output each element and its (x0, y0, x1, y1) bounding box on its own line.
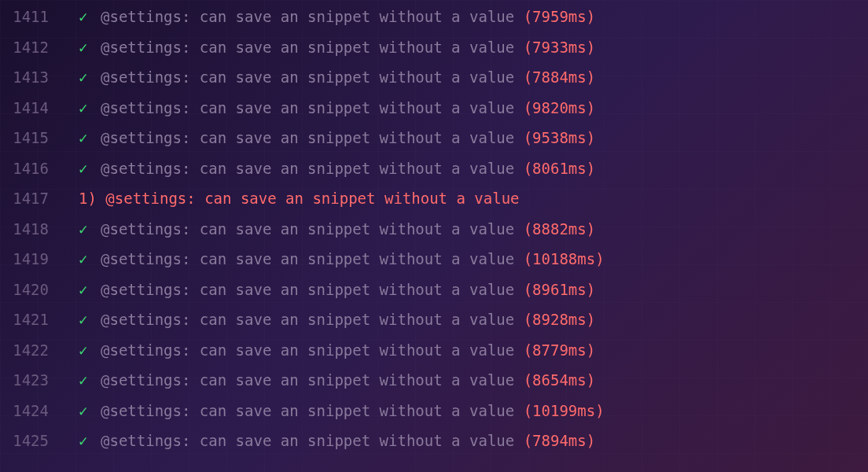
log-line[interactable]: 1415✓@settings: can save an snippet with… (0, 131, 868, 161)
line-number: 1418 (0, 222, 79, 237)
log-line[interactable]: 1420✓@settings: can save an snippet with… (0, 282, 868, 313)
test-description: @settings: can save an snippet without a… (101, 343, 514, 358)
check-icon: ✓ (79, 433, 101, 448)
line-number: 1414 (0, 101, 79, 116)
test-timing: (9538ms) (524, 131, 596, 146)
check-icon: ✓ (79, 404, 101, 419)
log-line[interactable]: 1421✓@settings: can save an snippet with… (0, 312, 868, 343)
test-description: @settings: can save an snippet without a… (101, 404, 514, 419)
test-timing: (8961ms) (524, 282, 596, 297)
log-line[interactable]: 1423✓@settings: can save an snippet with… (0, 373, 868, 404)
log-line[interactable]: 14171) @settings: can save an snippet wi… (0, 191, 868, 222)
check-icon: ✓ (79, 131, 101, 146)
test-timing: (7894ms) (524, 433, 596, 448)
test-timing: (10199ms) (524, 404, 605, 419)
log-line[interactable]: 1412✓@settings: can save an snippet with… (0, 40, 868, 71)
log-line[interactable]: 1414✓@settings: can save an snippet with… (0, 101, 868, 131)
test-timing: (7884ms) (524, 70, 596, 85)
test-timing: (8654ms) (524, 373, 596, 388)
test-timing: (8061ms) (524, 161, 596, 176)
line-number: 1423 (0, 373, 79, 388)
log-line[interactable]: 1422✓@settings: can save an snippet with… (0, 343, 868, 374)
log-line[interactable]: 1413✓@settings: can save an snippet with… (0, 70, 868, 101)
test-output-log[interactable]: 1411✓@settings: can save an snippet with… (0, 9, 868, 464)
check-icon: ✓ (79, 373, 101, 388)
line-number: 1415 (0, 131, 79, 146)
test-timing: (9820ms) (524, 101, 596, 116)
log-line[interactable]: 1425✓@settings: can save an snippet with… (0, 433, 868, 464)
log-line[interactable]: 1424✓@settings: can save an snippet with… (0, 404, 868, 434)
test-description: @settings: can save an snippet without a… (101, 70, 514, 85)
test-description: @settings: can save an snippet without a… (101, 101, 514, 116)
line-number: 1417 (0, 191, 79, 206)
check-icon: ✓ (79, 252, 101, 267)
test-description: @settings: can save an snippet without a… (101, 373, 514, 388)
test-timing: (7959ms) (524, 9, 596, 24)
line-number: 1424 (0, 404, 79, 419)
line-number: 1425 (0, 433, 79, 448)
test-description: @settings: can save an snippet without a… (101, 131, 514, 146)
fail-marker: 1) (79, 191, 105, 206)
test-description: @settings: can save an snippet without a… (101, 252, 514, 267)
line-number: 1420 (0, 282, 79, 297)
test-description: @settings: can save an snippet without a… (101, 282, 514, 297)
check-icon: ✓ (79, 101, 101, 116)
line-number: 1411 (0, 9, 79, 24)
test-description-fail: @settings: can save an snippet without a… (105, 191, 519, 206)
check-icon: ✓ (79, 9, 101, 24)
test-timing: (8882ms) (524, 222, 596, 237)
test-timing: (8928ms) (524, 312, 596, 327)
check-icon: ✓ (79, 161, 101, 176)
log-line[interactable]: 1419✓@settings: can save an snippet with… (0, 252, 868, 282)
log-line[interactable]: 1416✓@settings: can save an snippet with… (0, 161, 868, 192)
test-description: @settings: can save an snippet without a… (101, 312, 514, 327)
test-timing: (7933ms) (524, 40, 596, 55)
test-description: @settings: can save an snippet without a… (101, 222, 514, 237)
check-icon: ✓ (79, 282, 101, 297)
line-number: 1416 (0, 161, 79, 176)
check-icon: ✓ (79, 40, 101, 55)
check-icon: ✓ (79, 312, 101, 327)
test-timing: (8779ms) (524, 343, 596, 358)
check-icon: ✓ (79, 70, 101, 85)
test-timing: (10188ms) (524, 252, 605, 267)
log-line[interactable]: 1418✓@settings: can save an snippet with… (0, 222, 868, 253)
line-number: 1422 (0, 343, 79, 358)
line-number: 1419 (0, 252, 79, 267)
test-description: @settings: can save an snippet without a… (101, 40, 514, 55)
check-icon: ✓ (79, 343, 101, 358)
line-number: 1412 (0, 40, 79, 55)
log-line[interactable]: 1411✓@settings: can save an snippet with… (0, 9, 868, 40)
test-description: @settings: can save an snippet without a… (101, 9, 514, 24)
test-description: @settings: can save an snippet without a… (101, 433, 514, 448)
check-icon: ✓ (79, 222, 101, 237)
line-number: 1413 (0, 70, 79, 85)
line-number: 1421 (0, 312, 79, 327)
test-description: @settings: can save an snippet without a… (101, 161, 514, 176)
